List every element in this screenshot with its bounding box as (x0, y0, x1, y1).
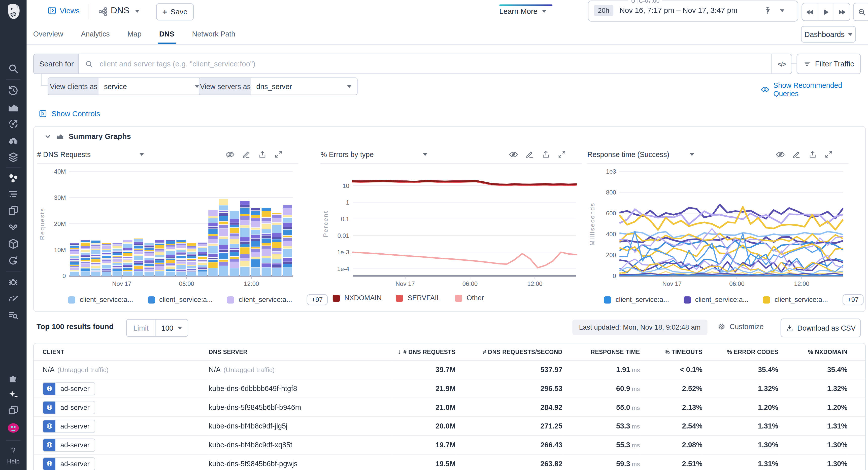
tab-dns[interactable]: DNS (159, 23, 174, 44)
log-filter-icon[interactable] (6, 188, 20, 201)
chart-metric-caret[interactable] (690, 153, 694, 156)
client-tag-chip[interactable]: ad-server (42, 438, 95, 451)
legend-item[interactable]: NXDOMAIN (333, 294, 382, 302)
table-row[interactable]: ad-serverkube-dns-6dbbbb649f-htgf821.9M2… (34, 379, 865, 398)
tab-map[interactable]: Map (127, 23, 142, 44)
export-icon[interactable] (541, 150, 550, 159)
table-row[interactable]: ad-serverkube-dns-5f9845b6bf-b946m21.0M2… (34, 398, 865, 417)
zoom-out-button[interactable] (853, 3, 868, 21)
table-row[interactable]: ad-serverkube-dns-bf4b8c9df-jlg5j20.0M27… (34, 417, 865, 436)
step-forward-button[interactable] (834, 3, 850, 21)
step-back-button[interactable] (802, 3, 818, 21)
client-tag-chip[interactable]: ad-server (42, 382, 95, 395)
hide-eye-slash-icon[interactable] (225, 149, 235, 159)
export-icon[interactable] (258, 150, 267, 159)
column-header--nxdomain[interactable]: % NXDOMAIN (778, 343, 847, 360)
layers-icon[interactable] (6, 150, 20, 164)
view-title[interactable]: DNS (111, 5, 129, 15)
ai-sparkle-icon[interactable] (6, 388, 20, 401)
limit-select[interactable]: 100 (156, 320, 188, 336)
expand-icon[interactable] (824, 150, 833, 159)
time-range-picker[interactable]: UTC-07:00 20h Nov 16, 7:17 pm – Nov 17, … (588, 0, 798, 22)
expand-icon[interactable] (274, 150, 283, 159)
help-label[interactable]: Help (0, 458, 26, 465)
search-input[interactable] (98, 59, 771, 68)
legend-item[interactable]: Other (455, 294, 484, 302)
infrastructure-hexagons-icon[interactable] (6, 171, 20, 185)
views-button[interactable]: Views (48, 6, 80, 15)
security-bug-icon[interactable] (6, 275, 20, 289)
legend-item[interactable]: SERVFAIL (396, 294, 440, 302)
windows-icon[interactable] (6, 204, 20, 217)
table-row[interactable]: ad-serverkube-dns-bf4b8c9df-xq85t19.7M26… (34, 436, 865, 455)
dns-server-cell: kube-dns-bf4b8c9df-xq85t (209, 436, 392, 455)
customize-button[interactable]: Customize (717, 322, 764, 331)
filter-traffic-button[interactable]: Filter Traffic (797, 54, 861, 74)
user-avatar[interactable] (6, 422, 20, 435)
collapse-chevron-icon[interactable] (44, 133, 52, 140)
column-header-client[interactable]: CLIENT (42, 343, 209, 360)
table-row[interactable]: ad-serverkube-dns-5f9845b6bf-pgwjs19.5M2… (34, 454, 865, 470)
save-button[interactable]: +Save (156, 3, 194, 21)
legend-more-chip[interactable]: +97 (842, 294, 864, 305)
column-header-response-time[interactable]: RESPONSE TIME (562, 343, 640, 360)
learn-more-menu[interactable]: Learn More (499, 7, 546, 15)
packages-box-icon[interactable] (6, 237, 20, 250)
hide-eye-slash-icon[interactable] (776, 149, 785, 159)
tab-network-path[interactable]: Network Path (192, 23, 236, 44)
history-icon[interactable] (6, 84, 20, 97)
watchdog-binoculars-icon[interactable] (6, 134, 20, 147)
profiling-gauge-icon[interactable] (6, 292, 20, 305)
column-header--timeouts[interactable]: % TIMEOUTS (640, 343, 703, 360)
pipeline-link-icon[interactable] (6, 221, 20, 234)
tab-overview[interactable]: Overview (33, 23, 63, 44)
help-icon[interactable]: ? (0, 446, 26, 455)
column-header--dns-requests-second[interactable]: # DNS REQUESTS/SECOND (456, 343, 562, 360)
chart-metric-caret[interactable] (140, 153, 144, 156)
sync-sparkle-icon[interactable] (6, 254, 20, 267)
tab-analytics[interactable]: Analytics (81, 23, 110, 44)
hide-eye-slash-icon[interactable] (509, 149, 518, 159)
legend-item[interactable]: client_service:a... (604, 296, 669, 304)
code-query-button[interactable]: </> (771, 54, 792, 73)
column-header--error-codes[interactable]: % ERROR CODES (703, 343, 778, 360)
edit-pencil-icon[interactable] (242, 150, 251, 159)
legend-item[interactable]: client_service:a... (68, 296, 133, 304)
dns-requests-chart[interactable]: 40M30M20M10M0Nov 1706:0012:00 (37, 166, 298, 289)
search-icon[interactable] (6, 62, 20, 75)
errors-by-type-chart[interactable]: 1010.10.011e-31e-4Nov 1706:0012:00 (320, 166, 582, 289)
view-title-caret[interactable] (135, 10, 140, 13)
legend-item[interactable]: client_service:a... (148, 296, 213, 304)
dashboards-button[interactable]: Dashboards (801, 26, 856, 42)
show-recommended-queries-link[interactable]: Show Recommended Queries (761, 81, 868, 98)
export-icon[interactable] (808, 150, 817, 159)
download-csv-button[interactable]: Download as CSV (781, 318, 861, 337)
legend-item[interactable]: client_service:a... (683, 296, 748, 304)
table-row[interactable]: N/A(Untagged traffic)N/A(Untagged traffi… (34, 360, 865, 379)
client-tag-chip[interactable]: ad-server (42, 401, 95, 414)
view-servers-as-select[interactable]: dns_server (251, 77, 358, 95)
chart-metric-caret[interactable] (423, 153, 428, 156)
play-button[interactable] (818, 3, 834, 21)
legend-item[interactable]: client_service:a... (763, 296, 828, 304)
workspaces-copy-icon[interactable] (6, 404, 20, 417)
client-tag-chip[interactable]: ad-server (42, 419, 95, 433)
legend-item[interactable]: client_service:a... (227, 296, 292, 304)
apm-radar-icon[interactable] (6, 117, 20, 131)
brand-dog-logo[interactable] (0, 0, 26, 23)
column-header--dns-requests[interactable]: ↓# DNS REQUESTS (392, 343, 456, 360)
time-range-caret[interactable] (780, 9, 785, 12)
integrations-puzzle-icon[interactable] (6, 372, 20, 385)
column-header-dns-server[interactable]: DNS SERVER (209, 343, 392, 360)
pin-icon[interactable] (764, 6, 772, 15)
response-time-chart[interactable]: 1e38006004002000Nov 1706:0012:00 (587, 166, 848, 289)
view-clients-as-select[interactable]: service (98, 77, 205, 95)
edit-pencil-icon[interactable] (792, 150, 801, 159)
metrics-chart-icon[interactable] (6, 101, 20, 114)
expand-icon[interactable] (557, 150, 566, 159)
show-controls-link[interactable]: Show Controls (39, 109, 100, 118)
limit-control[interactable]: Limit 100 (126, 319, 188, 337)
edit-pencil-icon[interactable] (525, 150, 534, 159)
client-tag-chip[interactable]: ad-server (42, 457, 95, 470)
log-search-icon[interactable] (6, 308, 20, 322)
